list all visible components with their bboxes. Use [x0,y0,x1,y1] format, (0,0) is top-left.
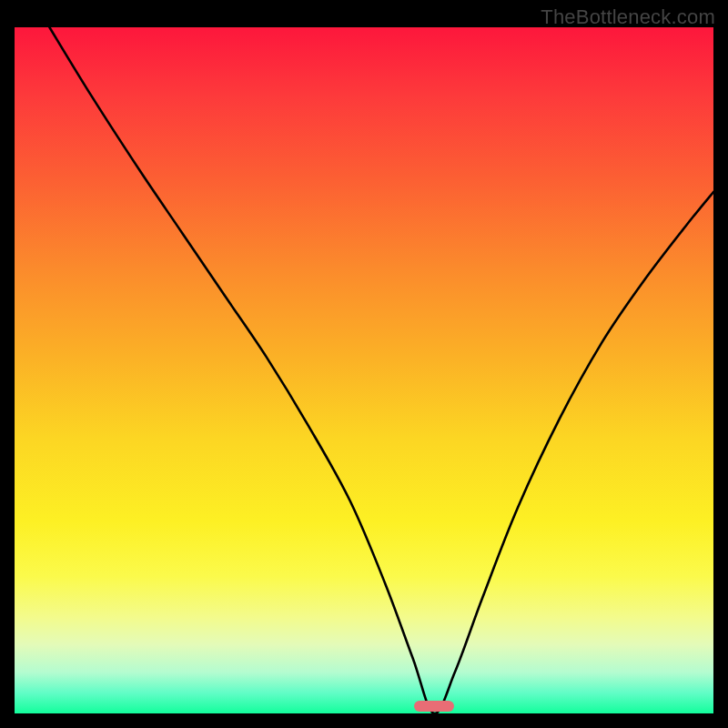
bottleneck-curve [15,27,713,713]
optimum-marker [414,701,454,712]
curve-path [49,27,713,713]
plot-area [15,27,713,713]
chart-frame: TheBottleneck.com [0,0,728,728]
watermark-text: TheBottleneck.com [541,5,715,29]
